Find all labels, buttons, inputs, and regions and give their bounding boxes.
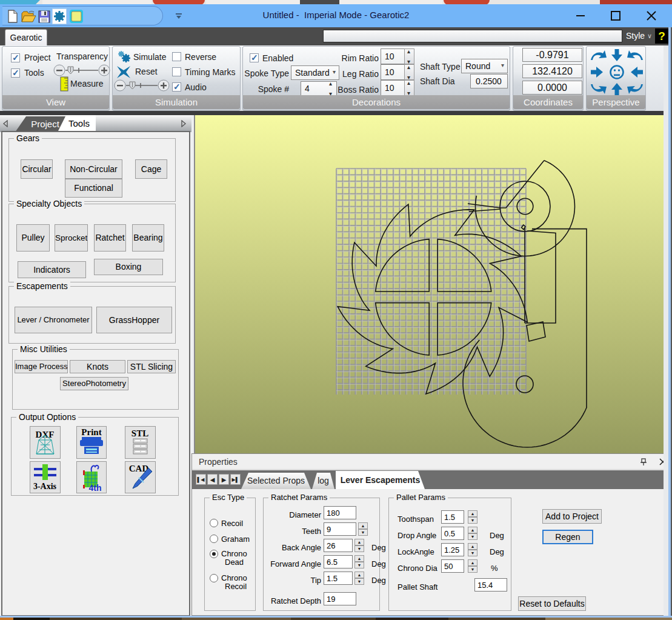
svg-text:STL: STL (131, 428, 148, 438)
svg-text:3-Axis: 3-Axis (33, 482, 57, 491)
svg-text:4th: 4th (89, 483, 102, 493)
svg-text:Print: Print (81, 427, 101, 437)
